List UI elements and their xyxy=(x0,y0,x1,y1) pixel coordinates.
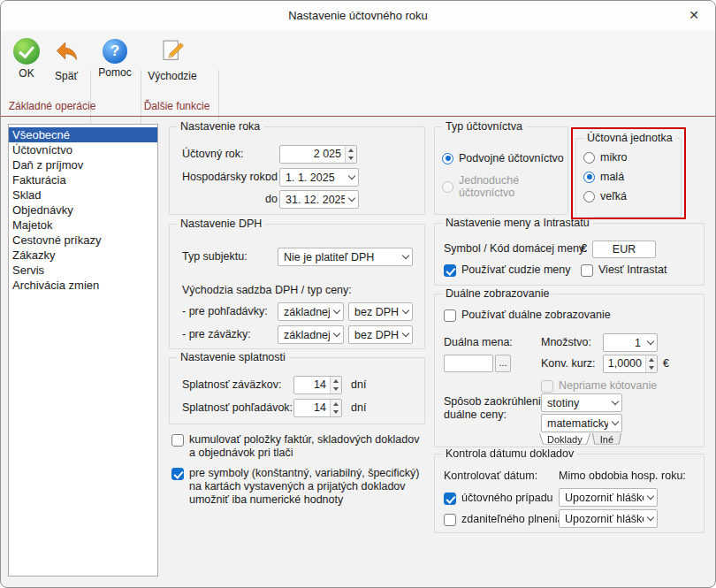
accounting-case-checkbox[interactable]: účtovného prípadu xyxy=(444,492,553,505)
checkbox-box xyxy=(171,468,184,480)
currency-code-field[interactable]: EUR xyxy=(592,241,656,258)
document-pencil-icon xyxy=(159,38,186,67)
indirect-quotation-checkbox[interactable]: Nepriame kótovanie xyxy=(541,379,657,393)
sidebar-item-cestovne-prikazy[interactable]: Cestovné príkazy xyxy=(9,233,157,248)
spin-down-button[interactable] xyxy=(331,386,341,394)
accounting-unit-group: Účtovná jednotka mikro malá veľká xyxy=(575,138,682,218)
intrastat-checkbox[interactable]: Viesť Intrastat xyxy=(581,263,666,277)
checkbox-box xyxy=(581,264,593,277)
chevron-down-icon xyxy=(345,198,358,201)
spin-up-button[interactable] xyxy=(646,355,657,364)
payables-rate-label: - pre záväzky: xyxy=(182,325,251,344)
spin-up-button[interactable] xyxy=(331,400,341,409)
default-button[interactable]: Východzie xyxy=(145,38,200,82)
accounting-type-title: Typ účtovníctva xyxy=(442,120,526,134)
rounding-method-dropdown[interactable]: matematicky xyxy=(541,414,622,432)
default-vat-rate-label: Východzia sadzba DPH / typ ceny: xyxy=(182,281,352,300)
date-check-group: Kontrola dátumu dokladov Kontrolovať dát… xyxy=(434,454,705,533)
dual-display-title: Duálne zobrazovanie xyxy=(442,287,552,301)
payables-rate-dropdown[interactable]: základnej xyxy=(278,325,344,344)
unit-micro-radio[interactable]: mikro xyxy=(583,151,628,164)
tab-ine[interactable]: Iné xyxy=(592,433,621,447)
close-icon[interactable]: ✕ xyxy=(689,8,699,22)
toolbar: OK Späť ? Pomoc Východzie Základné operá… xyxy=(1,31,715,117)
checkbox-box xyxy=(444,309,456,322)
conversion-rate-label: Konv. kurz: xyxy=(541,355,596,373)
accounting-case-action-value: Upozorniť hláškou xyxy=(565,492,644,504)
sidebar-item-vseobecne[interactable]: Všeobecné xyxy=(9,127,157,142)
to-label: do xyxy=(265,190,278,209)
toolbar-separator xyxy=(1,116,715,117)
due-settings-title: Nastavenie splatnosti xyxy=(177,351,289,364)
spin-up-button[interactable] xyxy=(346,146,356,155)
toolbar-group-basic-label: Základné operácie xyxy=(1,100,103,112)
cumulate-items-checkbox[interactable]: kumulovať položky faktúr, skladových dok… xyxy=(171,433,428,460)
spinner-buttons xyxy=(330,400,341,416)
chevron-down-icon xyxy=(330,333,343,336)
receivables-rate-value: základnej xyxy=(284,306,330,318)
browse-button[interactable]: ... xyxy=(495,355,511,372)
sidebar-item-majetok[interactable]: Majetok xyxy=(9,218,157,233)
window-title: Nastavenie účtovného roku xyxy=(1,9,715,22)
receivables-price-dropdown[interactable]: bez DPH xyxy=(348,302,413,321)
chevron-down-icon xyxy=(644,496,657,499)
taxable-supply-checkbox[interactable]: zdaniteľného plnenia xyxy=(444,513,564,526)
receivables-rate-dropdown[interactable]: základnej xyxy=(278,302,344,321)
receivables-due-spinner[interactable]: 14 xyxy=(293,399,342,417)
spin-down-button[interactable] xyxy=(346,155,356,164)
taxable-supply-action-value: Upozorniť hláškou xyxy=(565,513,644,525)
date-check-title: Kontrola dátumu dokladov xyxy=(442,447,577,461)
spin-up-button[interactable] xyxy=(331,377,341,386)
accounting-year-value: 2 025 xyxy=(280,146,345,163)
chevron-down-icon xyxy=(399,310,412,313)
toolbar-group-more-label: Ďalšie funkcie xyxy=(135,100,218,112)
ok-check-icon xyxy=(13,38,40,65)
accounting-unit-title: Účtovná jednotka xyxy=(583,132,676,145)
accounting-case-action-dropdown[interactable]: Upozorniť hláškou xyxy=(559,488,658,507)
sidebar-item-fakturacia[interactable]: Fakturácia xyxy=(9,172,157,187)
back-button[interactable]: Späť xyxy=(47,38,86,82)
payables-due-value: 14 xyxy=(294,377,330,393)
payables-due-spinner[interactable]: 14 xyxy=(293,376,342,394)
accounting-year-spinner[interactable]: 2 025 xyxy=(279,145,357,164)
radio-button xyxy=(583,152,595,164)
single-entry-radio[interactable]: Jednoduché účtovníctvo xyxy=(442,174,567,199)
sidebar-item-zakazky[interactable]: Zákazky xyxy=(9,248,157,263)
sidebar-item-dan-z-prijmov[interactable]: Daň z príjmov xyxy=(9,157,157,172)
use-dual-display-checkbox[interactable]: Používať duálne zobrazovanie xyxy=(444,309,611,322)
rate-currency-label: € xyxy=(663,355,669,373)
tab-doklady[interactable]: Doklady xyxy=(539,433,590,447)
unit-small-label: malá xyxy=(600,171,624,183)
sidebar-item-servis[interactable]: Servis xyxy=(9,263,157,278)
quantity-dropdown[interactable]: 1 xyxy=(603,333,658,352)
taxable-supply-action-dropdown[interactable]: Upozorniť hláškou xyxy=(559,509,658,528)
rounding-precision-dropdown[interactable]: stotiny xyxy=(541,393,622,412)
spinner-buttons xyxy=(345,146,356,163)
conversion-rate-spinner[interactable]: 1,0000 xyxy=(603,355,658,373)
outside-period-label: Mimo obdobia hosp. roku: xyxy=(559,467,686,485)
cumulate-items-label: kumulovať položky faktúr, skladových dok… xyxy=(189,433,421,460)
spin-down-button[interactable] xyxy=(331,409,341,417)
sidebar-item-archivacia-zmien[interactable]: Archivácia zmien xyxy=(9,278,157,293)
foreign-currencies-checkbox[interactable]: Používať cudzie meny xyxy=(444,263,571,277)
dual-currency-field[interactable] xyxy=(444,355,493,372)
spin-down-button[interactable] xyxy=(646,364,657,373)
check-date-label: Kontrolovať dátum: xyxy=(444,467,537,485)
checkbox-box xyxy=(444,264,456,277)
numeric-symbols-label: pre symboly (konštantný, variabilný, špe… xyxy=(189,467,426,507)
sidebar-item-uctovnictvo[interactable]: Účtovníctvo xyxy=(9,142,157,157)
unit-small-radio[interactable]: malá xyxy=(583,171,624,183)
fiscal-to-dropdown[interactable]: 31. 12. 2025 xyxy=(279,190,359,209)
help-question-icon: ? xyxy=(103,39,127,64)
numeric-symbols-checkbox[interactable]: pre symboly (konštantný, variabilný, špe… xyxy=(171,467,433,507)
unit-large-radio[interactable]: veľká xyxy=(583,190,627,202)
help-button[interactable]: ? Pomoc xyxy=(95,38,135,79)
fiscal-from-dropdown[interactable]: 1. 1. 2025 xyxy=(279,168,359,187)
ok-button[interactable]: OK xyxy=(10,38,43,80)
subject-type-dropdown[interactable]: Nie je platiteľ DPH xyxy=(278,248,413,266)
sidebar-item-sklad[interactable]: Sklad xyxy=(9,187,157,202)
payables-price-dropdown[interactable]: bez DPH xyxy=(348,325,413,344)
sidebar-item-objednavky[interactable]: Objednávky xyxy=(9,202,157,218)
double-entry-radio[interactable]: Podvojné účtovníctvo xyxy=(442,152,564,164)
chevron-down-icon xyxy=(330,310,343,313)
